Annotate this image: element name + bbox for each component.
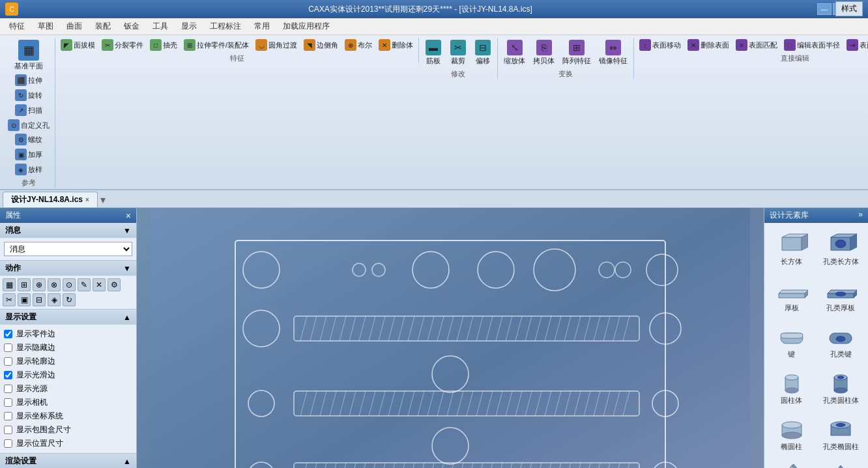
section-display-header[interactable]: 显示设置 ▲ [0, 310, 136, 325]
message-dropdown[interactable]: 消息 [4, 242, 132, 256]
toolbar-group-direct-edit: ↕ 表面移动 ✕ 删除表面 ≡ 表面匹配 ◌ 编辑表面半径 ⇥ 表面等距 ⊟ 分… [634, 38, 868, 63]
action-icon-10[interactable]: ▣ [18, 293, 31, 306]
menu-common[interactable]: 常用 [248, 20, 276, 33]
action-icon-7[interactable]: ✕ [93, 278, 106, 291]
toolbar-btn-fillet[interactable]: ◡ 圆角过渡 [253, 38, 300, 52]
cb-show-hidden-edge[interactable] [4, 344, 12, 352]
menu-tools[interactable]: 工具 [146, 20, 175, 33]
action-icon-12[interactable]: ◈ [48, 293, 61, 306]
menu-sheetmetal[interactable]: 钣金 [117, 20, 146, 33]
toolbar-btn-extrude[interactable]: ⬛ 拉伸 [5, 73, 52, 87]
toolbar-btn-chamfer[interactable]: ◥ 边侧角 [301, 38, 341, 52]
cb-show-bbox[interactable] [4, 426, 12, 434]
elem-prism[interactable]: 多棱体 [770, 460, 814, 468]
cb-show-smooth-edge[interactable] [4, 371, 12, 379]
elem-box-hole-icon [824, 231, 857, 257]
action-icon-1[interactable]: ▦ [3, 278, 16, 291]
toolbar-btn-array[interactable]: ⊞ 阵列特征 [559, 38, 594, 68]
elem-cylinder-hole[interactable]: 孔类圆柱体 [819, 367, 863, 408]
toolbar-btn-rotate[interactable]: ↻ 旋转 [5, 88, 52, 102]
toolbar-btn-offset[interactable]: ⊟ 偏移 [471, 38, 495, 68]
menu-features[interactable]: 特征 [3, 20, 31, 33]
minimize-button[interactable]: — [817, 3, 832, 15]
action-icon-13[interactable]: ↻ [63, 293, 76, 306]
section-render-collapse[interactable]: ▲ [123, 457, 131, 466]
toolbar-btn-loft[interactable]: ◈ 放样 [12, 162, 45, 177]
elem-key-hole[interactable]: 孔类键 [819, 321, 863, 362]
elem-ellipse-hole[interactable]: 孔类椭圆柱 [819, 413, 863, 454]
action-icon-2[interactable]: ⊞ [18, 278, 31, 291]
section-message-collapse[interactable]: ▼ [123, 226, 131, 235]
menu-display[interactable]: 显示 [175, 20, 203, 33]
menu-surface[interactable]: 曲面 [60, 20, 89, 33]
prop-show-hidden-edge: 显示隐藏边 [4, 341, 132, 355]
canvas-area[interactable] [137, 208, 764, 468]
menu-load-app[interactable]: 加载应用程序 [276, 20, 336, 33]
doc-tab-close[interactable]: × [85, 196, 89, 203]
titlebar: C CAXA实体设计2013**试用期还剩29天**** - [设计JY-NL1… [0, 0, 868, 18]
cb-show-camera[interactable] [4, 398, 12, 407]
toolbar-btn-mirror[interactable]: ⇔ 镜像特征 [596, 38, 631, 68]
toolbar-btn-bool[interactable]: ⊕ 布尔 [342, 38, 375, 52]
title-text: CAXA实体设计2013**试用期还剩29天**** - [设计JY-NL14.… [23, 4, 817, 15]
cb-show-light[interactable] [4, 385, 12, 393]
cb-show-pos[interactable] [4, 439, 12, 448]
action-icon-6[interactable]: ✎ [78, 278, 91, 291]
section-action-collapse[interactable]: ▼ [123, 264, 131, 273]
elem-prism-hole[interactable]: 孔类多棱体 [819, 460, 863, 468]
section-message-header[interactable]: 消息 ▼ [0, 223, 136, 238]
action-icon-8[interactable]: ⚙ [108, 278, 121, 291]
toolbar-btn-thread[interactable]: ⚙ 螺纹 [12, 132, 45, 147]
toolbar-btn-face-offset[interactable]: ⇥ 表面等距 [844, 38, 868, 52]
doc-tab-active[interactable]: 设计JY-NL14.8A.ics × [3, 192, 98, 207]
elem-cylinder-icon [775, 370, 808, 396]
toolbar-btn-datum-plane[interactable]: ▦ 基准平面 [11, 38, 46, 73]
toolbar-btn-face-match[interactable]: ≡ 表面匹配 [733, 38, 780, 52]
cb-show-contour-edge[interactable] [4, 357, 12, 366]
toolbar-group-modify-label: 修改 [451, 69, 465, 79]
menu-sketch[interactable]: 草图 [31, 20, 60, 33]
toolbar-group-transform: ⤡ 缩放体 ⎘ 拷贝体 ⊞ 阵列特征 ⇔ 镜像特征 变换 [498, 38, 634, 79]
section-display-collapse[interactable]: ▲ [123, 313, 131, 322]
toolbar-btn-scan[interactable]: ↗ 扫描 [5, 103, 52, 117]
action-icon-9[interactable]: ✂ [3, 293, 16, 306]
menu-annotation[interactable]: 工程标注 [203, 20, 248, 33]
elem-plate[interactable]: 厚板 [770, 274, 814, 315]
style-button[interactable]: 样式 [835, 1, 863, 16]
action-icon-3[interactable]: ⊕ [33, 278, 46, 291]
toolbar-btn-thicken[interactable]: ▣ 加厚 [12, 147, 45, 162]
elem-box-hole[interactable]: 孔类长方体 [819, 228, 863, 269]
elem-plate-hole[interactable]: 孔类厚板 [819, 274, 863, 315]
action-icon-5[interactable]: ⊙ [63, 278, 76, 291]
cb-show-part-edge[interactable] [4, 330, 12, 338]
toolbar-btn-rib[interactable]: ▬ 筋板 [422, 38, 445, 68]
toolbar-btn-delete-body[interactable]: ✕ 删除体 [376, 38, 416, 52]
toolbar-btn-custom-hole[interactable]: ⊙ 自定义孔 [5, 118, 52, 132]
svg-marker-133 [782, 237, 802, 250]
action-icon-11[interactable]: ⊟ [33, 293, 46, 306]
toolbar-btn-trim[interactable]: ✂ 裁剪 [446, 38, 470, 68]
elem-box[interactable]: 长方体 [770, 228, 814, 269]
tab-dropdown-arrow[interactable]: ▾ [100, 194, 106, 206]
section-render-header[interactable]: 渲染设置 ▲ [0, 454, 136, 468]
toolbar-btn-shell[interactable]: □ 抽壳 [147, 38, 180, 52]
toolbar-btn-edit-radius[interactable]: ◌ 编辑表面半径 [781, 38, 843, 52]
toolbar-btn-delete-face[interactable]: ✕ 删除表面 [685, 38, 732, 52]
elem-key[interactable]: 键 [770, 321, 814, 362]
menu-assembly[interactable]: 装配 [89, 20, 117, 33]
left-panel: 属性 × 消息 ▼ 消息 动作 ▼ ▦ ⊞ ⊕ [0, 208, 137, 468]
left-panel-close[interactable]: × [126, 211, 131, 221]
toolbar-btn-extrude-asm[interactable]: ⊞ 拉伸零件/装配体 [181, 38, 252, 52]
right-panel-expand[interactable]: » [858, 210, 863, 221]
toolbar-btn-scale[interactable]: ⤡ 缩放体 [500, 38, 528, 68]
section-action-header[interactable]: 动作 ▼ [0, 261, 136, 276]
cb-show-coord[interactable] [4, 412, 12, 420]
svg-point-153 [785, 388, 798, 393]
elem-ellipse[interactable]: 椭圆柱 [770, 413, 814, 454]
elem-cylinder[interactable]: 圆柱体 [770, 367, 814, 408]
toolbar-btn-split[interactable]: ✂ 分裂零件 [99, 38, 146, 52]
action-icon-4[interactable]: ⊗ [48, 278, 61, 291]
toolbar-btn-draft[interactable]: ◤ 面拔模 [58, 38, 98, 52]
toolbar-btn-copy[interactable]: ⎘ 拷贝体 [530, 38, 558, 68]
toolbar-btn-face-move[interactable]: ↕ 表面移动 [637, 38, 684, 52]
